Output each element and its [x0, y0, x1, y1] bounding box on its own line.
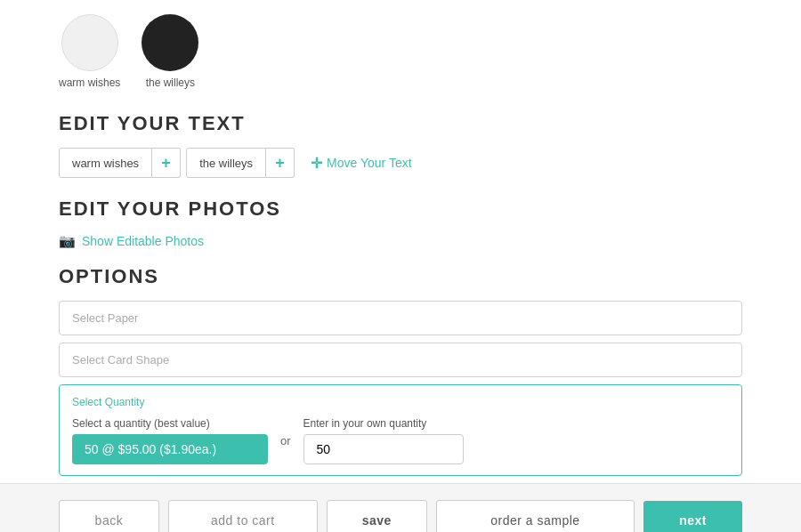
avatar-label-warm-wishes: warm wishes — [59, 77, 120, 89]
select-paper-field[interactable]: Select Paper — [59, 301, 742, 335]
order-sample-button[interactable]: order a sample — [436, 500, 635, 532]
quantity-select[interactable]: 50 @ $95.00 ($1.90ea.) 75 @ $120.00 ($1.… — [72, 434, 268, 464]
top-area: warm wishes the willeys — [0, 0, 801, 96]
second-tab-group: the willeys + — [186, 148, 295, 178]
move-text-label: Move Your Text — [327, 156, 411, 170]
bottom-bar: back add to cart save order a sample nex… — [0, 483, 801, 532]
own-qty-input[interactable] — [303, 434, 464, 464]
select-card-shape-field[interactable]: Select Card Shape — [59, 343, 742, 377]
camera-icon: 📷 — [59, 233, 76, 249]
back-button[interactable]: back — [59, 500, 159, 532]
text-tab-the-willeys[interactable]: the willeys — [186, 148, 266, 178]
options-section: OPTIONS Select Paper Select Card Shape S… — [59, 265, 742, 476]
photos-section: EDIT YOUR PHOTOS 📷 Show Editable Photos — [59, 197, 742, 249]
avatar-item-warm-wishes: warm wishes — [59, 14, 120, 89]
add-tab-button-1[interactable]: + — [152, 148, 181, 178]
text-tabs-row: warm wishes + the willeys + ✛ Move Your … — [59, 148, 742, 178]
avatar-item-the-willeys: the willeys — [142, 14, 198, 89]
main-content: EDIT YOUR TEXT warm wishes + the willeys… — [0, 96, 801, 483]
quantity-row: Select a quantity (best value) 50 @ $95.… — [72, 417, 729, 464]
own-qty-label: Enter in your own quantity — [303, 417, 464, 430]
move-text-link[interactable]: ✛ Move Your Text — [311, 155, 411, 172]
qty-dropdown-wrapper: 50 @ $95.00 ($1.90ea.) 75 @ $120.00 ($1.… — [72, 434, 268, 464]
move-text-plus-icon: ✛ — [311, 155, 322, 172]
page-wrapper: warm wishes the willeys EDIT YOUR TEXT w… — [0, 0, 801, 532]
add-tab-button-2[interactable]: + — [266, 148, 295, 178]
show-photos-label: Show Editable Photos — [82, 234, 204, 248]
save-button[interactable]: save — [327, 500, 427, 532]
edit-text-heading: EDIT YOUR TEXT — [59, 112, 742, 135]
add-to-cart-button[interactable]: add to cart — [168, 500, 318, 532]
next-button[interactable]: next — [643, 501, 742, 532]
avatar-label-the-willeys: the willeys — [146, 77, 195, 89]
quantity-box: Select Quantity Select a quantity (best … — [59, 384, 742, 476]
avatar-the-willeys — [142, 14, 198, 71]
text-tab-warm-wishes[interactable]: warm wishes — [59, 148, 152, 178]
best-value-label: Select a quantity (best value) — [72, 417, 268, 430]
qty-right: Enter in your own quantity — [303, 417, 464, 464]
avatar-warm-wishes — [61, 14, 118, 71]
qty-left: Select a quantity (best value) 50 @ $95.… — [72, 417, 268, 464]
quantity-label: Select Quantity — [72, 396, 729, 408]
or-text: or — [280, 434, 291, 447]
options-heading: OPTIONS — [59, 265, 742, 288]
edit-photos-heading: EDIT YOUR PHOTOS — [59, 197, 742, 221]
show-photos-link[interactable]: 📷 Show Editable Photos — [59, 233, 742, 249]
